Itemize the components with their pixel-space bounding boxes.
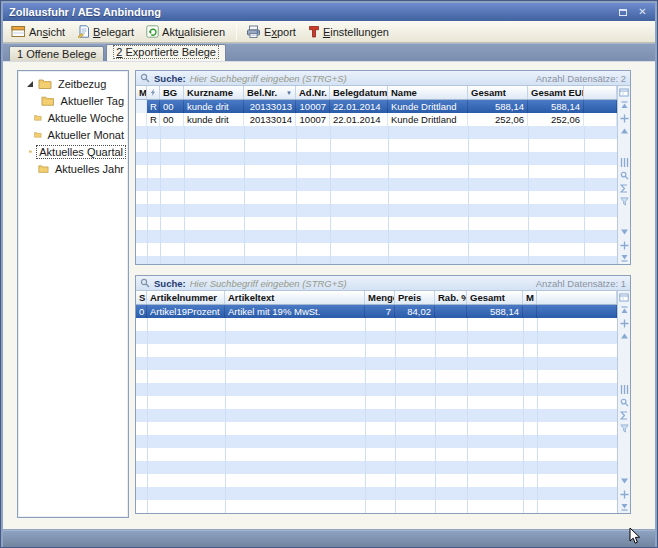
belegart-button[interactable]: Belegart [73, 23, 140, 40]
ansicht-button[interactable]: Ansicht [7, 23, 71, 40]
columns-icon [620, 385, 629, 394]
search-icon [140, 278, 150, 288]
filter-button[interactable] [619, 423, 630, 433]
scroll-bottom-icon [620, 503, 629, 511]
document-row-selected[interactable]: R 00 kunde drit 20133013 10007 22.01.201… [136, 100, 617, 113]
empty-rows-area [136, 318, 617, 513]
row-down-icon [620, 229, 629, 235]
window-bottom-frame [3, 530, 655, 547]
sum-button[interactable] [619, 410, 630, 420]
expander-expanded-icon[interactable] [26, 80, 34, 88]
scroll-down-button[interactable] [619, 240, 630, 250]
filter-button[interactable] [619, 196, 630, 206]
toolbar-separator [236, 24, 237, 40]
mouse-cursor [629, 527, 641, 545]
grid-search-button[interactable] [619, 170, 630, 180]
record-count: Anzahl Datensätze: 2 [536, 73, 626, 84]
scroll-down-icon [620, 241, 629, 250]
documents-search-bar[interactable]: Suche: Hier Suchbegriff eingeben (STRG+S… [136, 71, 630, 86]
einstellungen-button[interactable]: Einstellungen [304, 23, 395, 40]
search-placeholder[interactable]: Hier Suchbegriff eingeben (STRG+S) [190, 278, 347, 289]
scroll-top-button[interactable] [619, 305, 630, 315]
tab-offene-belege[interactable]: 1 Offene Belege [9, 46, 104, 61]
tab-strip: 1 Offene Belege 2 Exportierte Belege [3, 43, 655, 61]
close-button[interactable]: ✕ [636, 6, 649, 18]
column-header-filler [584, 86, 617, 99]
ansicht-label: Ansicht [29, 26, 65, 38]
columns-button[interactable] [619, 157, 630, 167]
belegart-label: Belegart [93, 26, 134, 38]
search-icon [620, 398, 629, 407]
export-label: Export [264, 26, 296, 38]
folder-closed-icon [38, 78, 52, 89]
items-search-bar[interactable]: Suche: Hier Suchbegriff eingeben (STRG+S… [136, 276, 630, 291]
column-chooser-icon [619, 88, 629, 97]
tree-root-zeitbezug[interactable]: Zeitbezug [20, 75, 126, 92]
tree-item-label-selected: Aktuelles Quartal [36, 145, 126, 159]
search-placeholder[interactable]: Hier Suchbegriff eingeben (STRG+S) [190, 73, 347, 84]
aktualisieren-label: Aktualisieren [162, 26, 225, 38]
folder-closed-icon [41, 95, 54, 106]
column-header-gesamt[interactable]: Gesamt [468, 86, 528, 99]
tree-item-label: Aktueller Monat [46, 129, 126, 141]
record-count: Anzahl Datensätze: 1 [536, 278, 626, 289]
column-header-gesamt[interactable]: Gesamt [467, 291, 523, 304]
column-chooser-button[interactable] [619, 292, 630, 302]
item-row-selected[interactable]: 0 Artikel19Prozent Artikel mit 19% MwSt.… [136, 305, 617, 318]
tree-item-aktuelles-quartal[interactable]: Aktuelles Quartal [20, 143, 126, 160]
title-bar[interactable]: Zollausfuhr / AES Anbindung ✕ [3, 3, 655, 21]
einstellungen-label: Einstellungen [323, 26, 389, 38]
documents-grid: Suche: Hier Suchbegriff eingeben (STRG+S… [135, 70, 631, 265]
column-header-status[interactable] [147, 86, 160, 99]
column-header-rabatt[interactable]: Rab. % [435, 291, 467, 304]
folder-open-icon [29, 146, 33, 157]
search-icon [620, 171, 629, 180]
row-up-button[interactable] [619, 126, 630, 136]
tree-item-aktuelles-jahr[interactable]: Aktuelles Jahr [20, 160, 126, 177]
sum-button[interactable] [619, 183, 630, 193]
scroll-bottom-icon [620, 254, 629, 262]
export-button[interactable]: Export [242, 23, 302, 40]
grid-search-button[interactable] [619, 397, 630, 407]
column-header-preis[interactable]: Preis [395, 291, 435, 304]
columns-button[interactable] [619, 384, 630, 394]
column-header-gesamt-eur[interactable]: Gesamt EUR [528, 86, 584, 99]
tree-item-label: Aktuelle Woche [46, 112, 126, 124]
scroll-up-button[interactable] [619, 113, 630, 123]
column-header-s[interactable]: S [136, 291, 147, 304]
scroll-top-icon [620, 101, 629, 109]
documents-grid-rail [617, 86, 630, 264]
column-header-adnr[interactable]: Ad.Nr. [296, 86, 330, 99]
column-header-m[interactable]: M [136, 86, 147, 99]
column-header-bg[interactable]: BG [160, 86, 184, 99]
column-header-name[interactable]: Name [388, 86, 468, 99]
column-header-artikeltext[interactable]: Artikeltext [225, 291, 365, 304]
column-header-menge[interactable]: Menge [365, 291, 395, 304]
tree-item-aktuelle-woche[interactable]: Aktuelle Woche [20, 109, 126, 126]
refresh-icon [146, 25, 159, 38]
scroll-up-button[interactable] [619, 318, 630, 328]
tree-item-aktueller-tag[interactable]: Aktueller Tag [20, 92, 126, 109]
column-header-m[interactable]: M [523, 291, 537, 304]
scroll-bottom-button[interactable] [619, 253, 630, 263]
row-up-button[interactable] [619, 331, 630, 341]
column-header-artikelnummer[interactable]: Artikelnummer [147, 291, 225, 304]
tree-item-label: Aktuelles Jahr [53, 163, 126, 175]
document-row[interactable]: R 00 kunde drit 20133014 10007 22.01.201… [136, 113, 617, 126]
scroll-top-icon [620, 306, 629, 314]
restore-button[interactable] [616, 6, 629, 18]
empty-rows-area [136, 126, 617, 264]
column-chooser-button[interactable] [619, 87, 630, 97]
column-header-belnr[interactable]: Bel.Nr.▼ [244, 86, 296, 99]
column-header-belegdatum[interactable]: Belegdatum [330, 86, 388, 99]
scroll-top-button[interactable] [619, 100, 630, 110]
scroll-bottom-button[interactable] [619, 502, 630, 512]
tree-item-aktueller-monat[interactable]: Aktueller Monat [20, 126, 126, 143]
column-header-kurzname[interactable]: Kurzname [184, 86, 244, 99]
row-down-button[interactable] [619, 227, 630, 237]
row-down-button[interactable] [619, 476, 630, 486]
tab-exportierte-belege[interactable]: 2 Exportierte Belege [106, 44, 226, 61]
aktualisieren-button[interactable]: Aktualisieren [142, 23, 231, 40]
scroll-down-button[interactable] [619, 489, 630, 499]
restore-icon [619, 9, 627, 16]
